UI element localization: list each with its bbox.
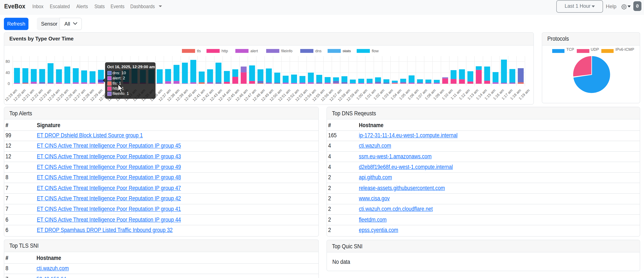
svg-text:dns: dns: [315, 49, 322, 53]
svg-text:0: 0: [8, 82, 10, 86]
svg-text:alert: alert: [250, 49, 258, 53]
svg-text:80: 80: [6, 59, 10, 64]
svg-text:tls: tls: [197, 49, 201, 53]
svg-text:flow: flow: [372, 49, 379, 53]
svg-text:stats: stats: [343, 49, 351, 53]
svg-text:fileinfo: fileinfo: [281, 49, 292, 53]
svg-text:http: http: [222, 49, 228, 53]
svg-text:40: 40: [6, 70, 10, 75]
